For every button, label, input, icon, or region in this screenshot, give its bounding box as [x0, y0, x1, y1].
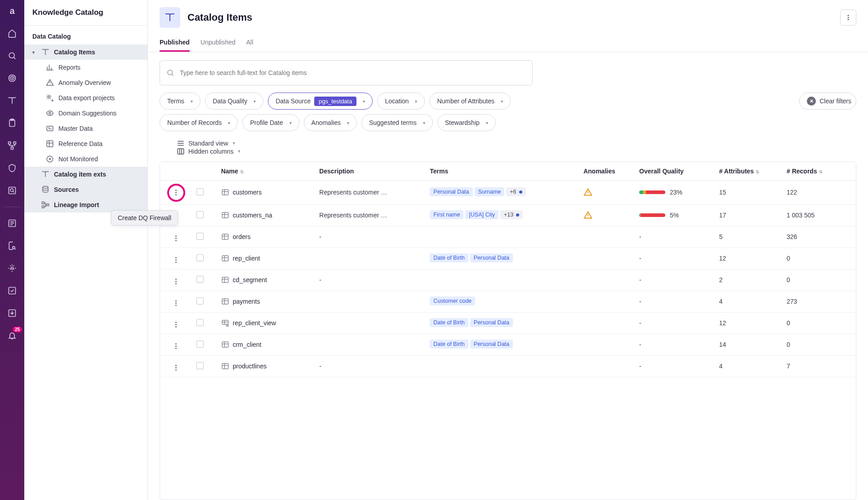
sidebar-item-master-data[interactable]: Master Data — [24, 121, 147, 136]
term-chip[interactable]: Personal Data — [430, 187, 472, 196]
tab-published[interactable]: Published — [160, 39, 190, 52]
terms-more[interactable]: +13 — [500, 210, 523, 219]
clipboard-icon[interactable] — [5, 116, 19, 130]
filter-location[interactable]: Location▾ — [377, 93, 425, 110]
filter-terms[interactable]: Terms▾ — [160, 93, 200, 110]
tab-unpublished[interactable]: Unpublished — [200, 39, 236, 52]
term-chip[interactable]: Customer code — [430, 296, 475, 305]
row-menu-button[interactable] — [169, 186, 183, 200]
svg-rect-22 — [42, 202, 45, 204]
doc-search-icon[interactable] — [5, 239, 19, 253]
flow-icon[interactable] — [5, 138, 19, 153]
tab-all[interactable]: All — [246, 39, 254, 52]
col-terms[interactable]: Terms — [425, 162, 579, 181]
term-chip[interactable]: Date of Birth — [430, 318, 468, 327]
term-chip[interactable]: Personal Data — [470, 253, 513, 262]
col-attributes[interactable]: # Attributes⇅ — [715, 162, 782, 181]
table-row[interactable]: rep_client_viewDate of BirthPersonal Dat… — [160, 312, 856, 334]
tooltip-create-dq-firewall: Create DQ Firewall — [111, 210, 178, 226]
sidebar-item-domain-suggestions[interactable]: Domain Suggestions — [24, 106, 147, 121]
col-records[interactable]: # Records⇅ — [782, 162, 856, 181]
row-checkbox[interactable] — [196, 188, 204, 195]
svg-rect-32 — [222, 234, 228, 239]
book-icon[interactable] — [5, 93, 19, 108]
table-row[interactable]: customers_naRepresents customer …First n… — [160, 204, 856, 226]
app-title: Knowledge Catalog — [24, 0, 147, 26]
download-icon[interactable] — [5, 306, 19, 320]
table-row[interactable]: crm_clientDate of BirthPersonal Data-140 — [160, 334, 856, 355]
filter-data-quality[interactable]: Data Quality▾ — [205, 93, 263, 110]
svg-point-13 — [11, 267, 13, 270]
logo-icon[interactable]: a — [5, 4, 19, 18]
hidden-columns-dropdown[interactable]: Hidden columns ▼ — [177, 147, 241, 155]
sidebar-item-sources[interactable]: Sources — [24, 182, 147, 197]
row-menu-button[interactable] — [174, 234, 178, 243]
lookup-icon[interactable] — [5, 183, 19, 198]
row-checkbox[interactable] — [196, 211, 204, 218]
row-menu-button[interactable] — [174, 363, 178, 372]
shield-icon[interactable] — [5, 161, 19, 175]
term-chip[interactable]: [USA] City — [465, 210, 499, 219]
table-row[interactable]: customersRepresents customer …Personal D… — [160, 181, 856, 205]
table-row[interactable]: orders--5326 — [160, 226, 856, 248]
table-row[interactable]: productlines--47 — [160, 355, 856, 377]
filter-anomalies[interactable]: Anomalies▾ — [304, 114, 357, 131]
sidebar-item-anomaly-overview[interactable]: Anomaly Overview — [24, 75, 147, 90]
search-box[interactable] — [160, 60, 533, 85]
col-description[interactable]: Description — [315, 162, 425, 181]
filter-profile-date[interactable]: Profile Date▾ — [242, 114, 299, 131]
list-icon[interactable] — [5, 216, 19, 230]
term-chip[interactable]: Personal Data — [470, 340, 513, 349]
table-row[interactable]: rep_clientDate of BirthPersonal Data-120 — [160, 248, 856, 269]
row-menu-button[interactable] — [174, 277, 178, 286]
row-name: orders — [233, 233, 251, 240]
row-menu-button[interactable] — [174, 341, 178, 351]
chevron-down-icon: ▾ — [483, 120, 491, 125]
row-checkbox[interactable] — [196, 297, 204, 305]
sidebar-item-reference-data[interactable]: Reference Data — [24, 136, 147, 151]
term-chip[interactable]: Personal Data — [470, 318, 513, 327]
search-icon[interactable] — [5, 49, 19, 63]
row-checkbox[interactable] — [196, 254, 204, 261]
filter-suggested-terms[interactable]: Suggested terms▾ — [361, 114, 433, 131]
table-row[interactable]: cd_segment--20 — [160, 269, 856, 291]
clear-filters-button[interactable]: ✕Clear filters — [799, 93, 856, 110]
sidebar-item-reports[interactable]: Reports — [24, 60, 147, 75]
row-description: - — [319, 233, 396, 240]
term-chip[interactable]: Surname — [475, 187, 505, 196]
row-menu-button[interactable] — [174, 255, 178, 265]
sidebar-item-not-monitored[interactable]: Not Monitored — [24, 151, 147, 167]
col-anomalies[interactable]: Anomalies — [579, 162, 635, 181]
row-menu-button[interactable] — [174, 298, 178, 308]
term-chip[interactable]: First name — [430, 210, 463, 219]
search-input[interactable] — [180, 69, 526, 76]
row-checkbox[interactable] — [196, 362, 204, 369]
target-icon[interactable] — [5, 71, 19, 85]
row-checkbox[interactable] — [196, 276, 204, 283]
home-icon[interactable] — [5, 26, 19, 40]
col-quality[interactable]: Overall Quality — [635, 162, 715, 181]
row-checkbox[interactable] — [196, 341, 204, 348]
gear-icon[interactable] — [5, 261, 19, 275]
check-icon[interactable] — [5, 283, 19, 298]
svg-point-37 — [226, 324, 228, 326]
row-checkbox[interactable] — [196, 233, 204, 240]
sidebar-item-catalog-items[interactable]: ▾Catalog Items — [24, 44, 147, 60]
term-chip[interactable]: Date of Birth — [430, 253, 468, 262]
bell-icon[interactable]: 25 — [5, 328, 19, 343]
sidebar-item-data-export-projects[interactable]: Data export projects — [24, 90, 147, 106]
terms-more[interactable]: +6 — [506, 187, 525, 196]
sidebar-item-catalog-item-exts[interactable]: Catalog item exts — [24, 167, 147, 182]
filter-number-of-attributes[interactable]: Number of Attributes▾ — [429, 93, 511, 110]
table-row[interactable]: paymentsCustomer code-4273 — [160, 291, 856, 312]
filter-data-source[interactable]: Data Sourcepgs_testdata▾ — [268, 93, 373, 110]
svg-rect-29 — [178, 149, 184, 154]
view-standard-dropdown[interactable]: Standard view ▼ — [177, 139, 241, 147]
filter-stewardship[interactable]: Stewardship▾ — [437, 114, 496, 131]
row-menu-button[interactable] — [174, 320, 178, 329]
row-checkbox[interactable] — [196, 319, 204, 326]
col-name[interactable]: Name⇅ — [217, 162, 315, 181]
term-chip[interactable]: Date of Birth — [430, 340, 468, 349]
page-menu-button[interactable] — [840, 9, 856, 26]
filter-number-of-records[interactable]: Number of Records▾ — [160, 114, 238, 131]
